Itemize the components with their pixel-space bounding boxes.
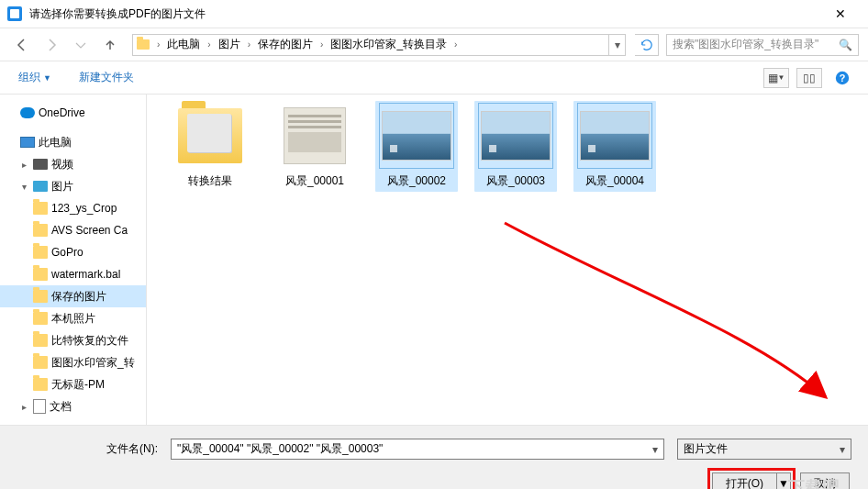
tree-folder[interactable]: 123_ys_Crop [0, 197, 146, 219]
pc-icon [20, 137, 35, 148]
annotation-arrow [495, 214, 844, 406]
recent-dropdown[interactable] [68, 33, 94, 57]
file-item[interactable]: 风景_00001 [273, 104, 356, 189]
tree-folder[interactable]: GoPro [0, 241, 146, 263]
preview-pane-button[interactable]: ▯▯ [796, 68, 822, 88]
tree-folder[interactable]: watermark.bal [0, 263, 146, 285]
file-label: 风景_00001 [273, 173, 356, 189]
tree-folder[interactable]: 无标题-PM [0, 373, 146, 395]
tree-video[interactable]: ▸视频 [0, 153, 146, 175]
chevron-right-icon[interactable]: › [204, 39, 214, 50]
sidebar: OneDrive 此电脑 ▸视频 ▾图片 123_ys_Crop AVS Scr… [0, 94, 147, 425]
breadcrumb-item[interactable]: 图片 [215, 37, 244, 52]
folder-thumb-icon [178, 108, 242, 163]
annotation-highlight: 打开(O) ▼ [707, 468, 796, 489]
new-folder-button[interactable]: 新建文件夹 [73, 66, 139, 89]
chevron-right-icon[interactable]: › [153, 39, 163, 50]
close-button[interactable]: ✕ [819, 0, 861, 28]
folder-icon [33, 224, 48, 237]
chevron-right-icon[interactable]: › [451, 39, 461, 50]
folder-icon [133, 39, 153, 50]
refresh-button[interactable] [635, 34, 659, 56]
tree-onedrive[interactable]: OneDrive [0, 102, 146, 124]
folder-icon [33, 268, 48, 281]
search-input[interactable]: 搜索"图图水印管家_转换目录" 🔍 [666, 34, 859, 56]
folder-icon [33, 246, 48, 259]
back-button[interactable] [9, 33, 35, 57]
forward-button[interactable] [39, 33, 64, 57]
video-icon [33, 159, 48, 170]
organize-menu[interactable]: 组织 ▼ [13, 66, 57, 89]
breadcrumb-item[interactable]: 保存的图片 [254, 37, 317, 52]
pictures-icon [33, 181, 48, 192]
documents-icon [33, 399, 46, 414]
image-thumb [481, 111, 551, 161]
tree-folder-selected[interactable]: 保存的图片 [0, 285, 146, 307]
app-icon [7, 6, 22, 21]
up-button[interactable] [97, 33, 123, 57]
filename-input[interactable]: "风景_00004" "风景_00002" "风景_00003"▾ [171, 439, 664, 460]
folder-icon [33, 378, 48, 391]
search-placeholder: 搜索"图图水印管家_转换目录" [673, 37, 818, 52]
watermark-text: 下载吧 [788, 476, 840, 489]
help-button[interactable]: ? [829, 68, 855, 88]
file-label: 风景_00003 [477, 173, 554, 189]
breadcrumb-item[interactable]: 此电脑 [163, 37, 204, 52]
tree-folder[interactable]: 比特恢复的文件 [0, 329, 146, 351]
tree-pc[interactable]: 此电脑 [0, 131, 146, 153]
file-item-selected[interactable]: 风景_00004 [573, 101, 656, 192]
filetype-select[interactable]: 图片文件 [677, 439, 851, 460]
chevron-down-icon: ▼ [43, 73, 51, 83]
file-label: 风景_00004 [576, 173, 653, 189]
chevron-right-icon[interactable]: › [317, 39, 327, 50]
view-thumbnails-button[interactable]: ▦ ▼ [763, 68, 789, 88]
window-title: 请选择你需要转换成PDF的图片文件 [29, 6, 819, 22]
onedrive-icon [20, 107, 35, 118]
breadcrumb-dropdown[interactable]: ▾ [608, 35, 625, 55]
chevron-right-icon[interactable]: › [244, 39, 254, 50]
tree-folder[interactable]: 图图水印管家_转 [0, 351, 146, 373]
open-button[interactable]: 打开(O) [712, 472, 776, 489]
file-list[interactable]: 转换结果 风景_00001 风景_00002 风景_00003 风景_00004 [147, 94, 868, 425]
folder-icon [33, 312, 48, 325]
image-thumb [284, 107, 346, 164]
search-icon[interactable]: 🔍 [839, 39, 852, 51]
file-item-folder[interactable]: 转换结果 [169, 104, 251, 189]
folder-icon [33, 334, 48, 347]
dialog-footer: 文件名(N): "风景_00004" "风景_00002" "风景_00003"… [0, 425, 868, 489]
tree-documents[interactable]: ▸文档 [0, 395, 146, 417]
folder-icon [33, 290, 48, 303]
file-label: 风景_00002 [378, 173, 455, 189]
folder-icon [33, 356, 48, 369]
tree-folder[interactable]: 本机照片 [0, 307, 146, 329]
folder-icon [33, 202, 48, 215]
image-thumb [580, 111, 650, 161]
file-item-selected[interactable]: 风景_00003 [474, 101, 557, 192]
breadcrumb[interactable]: › 此电脑 › 图片 › 保存的图片 › 图图水印管家_转换目录 › ▾ [132, 34, 626, 56]
nav-row: › 此电脑 › 图片 › 保存的图片 › 图图水印管家_转换目录 › ▾ 搜索"… [0, 28, 868, 61]
toolbar: 组织 ▼ 新建文件夹 ▦ ▼ ▯▯ ? [0, 61, 868, 94]
tree-folder[interactable]: AVS Screen Ca [0, 219, 146, 241]
file-label: 转换结果 [169, 173, 251, 189]
svg-text:?: ? [840, 72, 846, 83]
tree-pictures[interactable]: ▾图片 [0, 175, 146, 197]
file-item-selected[interactable]: 风景_00002 [375, 101, 458, 192]
image-thumb [382, 111, 451, 161]
titlebar: 请选择你需要转换成PDF的图片文件 ✕ [0, 0, 868, 28]
main: OneDrive 此电脑 ▸视频 ▾图片 123_ys_Crop AVS Scr… [0, 94, 868, 425]
filename-label: 文件名(N): [17, 441, 163, 457]
breadcrumb-item[interactable]: 图图水印管家_转换目录 [327, 37, 451, 52]
